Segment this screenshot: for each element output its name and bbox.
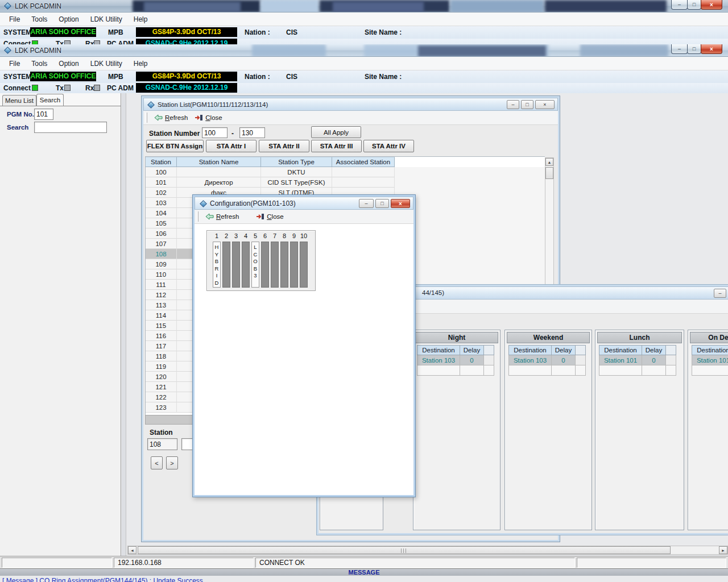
range-from-input[interactable] (202, 127, 228, 138)
close-button[interactable]: × (391, 199, 410, 208)
slot-7-empty[interactable] (271, 242, 279, 288)
slot-4-empty[interactable] (242, 242, 250, 288)
restore-button[interactable]: □ (687, 0, 701, 10)
station-cell[interactable]: 113 (146, 300, 177, 310)
delay-value[interactable]: 0 (642, 355, 666, 365)
data-row[interactable]: Station 103 0 (417, 355, 500, 365)
tab-menu-list[interactable]: Menu List (2, 95, 36, 106)
station-row-100[interactable]: 100DKTU (146, 167, 545, 177)
minimize-button[interactable]: – (507, 100, 519, 109)
menu-item-file[interactable]: File (3, 15, 26, 23)
sta-attr-1-button[interactable]: STA Attr I (206, 140, 257, 152)
slot-3-empty[interactable] (232, 242, 240, 288)
scrollbar-thumb[interactable] (138, 546, 671, 554)
menu-item-help[interactable]: Help (128, 15, 154, 23)
refresh-button[interactable]: Refresh (151, 113, 191, 122)
configuration-titlebar[interactable]: Configuration(PGM101-103) – □ × (195, 197, 413, 210)
close-button[interactable]: × (701, 0, 722, 10)
scroll-left-button[interactable]: ◄ (128, 546, 136, 554)
slot-5-lcob3[interactable]: LCOB3 (251, 242, 259, 288)
station-cell[interactable]: 102 (146, 188, 177, 198)
empty-row[interactable] (692, 365, 728, 376)
station-footer-input[interactable] (147, 438, 177, 450)
tab-search[interactable]: Search (36, 94, 64, 106)
slot-6-empty[interactable] (261, 242, 269, 288)
station-cell[interactable]: 120 (146, 372, 177, 382)
delay-header[interactable]: Delay (460, 345, 484, 355)
station-list-titlebar[interactable]: Station List(PGM110/111/112/113/114) – □… (143, 98, 558, 111)
sta-attr-4-button[interactable]: STA Attr IV (363, 140, 414, 152)
minimize-button[interactable]: – (671, 0, 688, 10)
minimize-button[interactable]: – (671, 44, 688, 54)
scroll-right-button[interactable]: ► (719, 546, 727, 554)
close-window-button[interactable]: Close (253, 212, 287, 221)
station-cell[interactable]: 108 (146, 249, 177, 259)
destination-value[interactable]: Station 103 (508, 355, 552, 365)
scroll-up-button[interactable]: ▲ (545, 158, 553, 166)
station-cell[interactable]: 123 (146, 402, 177, 413)
previous-station-button[interactable]: < (151, 456, 163, 469)
splitter[interactable] (122, 93, 126, 556)
station-cell[interactable]: 119 (146, 361, 177, 372)
slot-2-empty[interactable] (222, 242, 230, 288)
destination-header[interactable]: Destination (599, 345, 642, 355)
close-window-button[interactable]: Close (191, 113, 225, 122)
delay-value[interactable]: 0 (552, 355, 576, 365)
station-row-101[interactable]: 101ДиректорCID SLT Type(FSK) (146, 177, 545, 188)
menu-item-tools[interactable]: Tools (26, 15, 53, 23)
name-cell[interactable] (177, 167, 261, 177)
station-cell[interactable]: 122 (146, 392, 177, 402)
assoc-cell[interactable] (332, 167, 395, 177)
col-station-type[interactable]: Station Type (261, 157, 332, 167)
station-cell[interactable]: 115 (146, 321, 177, 331)
refresh-button[interactable]: Refresh (202, 212, 242, 221)
data-row[interactable]: Station 101 0 (599, 355, 684, 365)
destination-header[interactable]: Destination (417, 345, 460, 355)
minimize-button[interactable]: – (359, 199, 374, 208)
station-cell[interactable]: 105 (146, 218, 177, 228)
all-apply-button[interactable]: All Apply (311, 126, 361, 138)
close-button[interactable]: × (535, 100, 555, 109)
menu-item-ldk-utility[interactable]: LDK Utility (85, 60, 128, 68)
col-station-name[interactable]: Station Name (177, 157, 261, 167)
data-row[interactable]: Station 101 (692, 355, 728, 365)
station-cell[interactable]: 109 (146, 259, 177, 269)
menu-item-ldk-utility[interactable]: LDK Utility (85, 15, 128, 23)
type-cell[interactable]: CID SLT Type(FSK) (261, 177, 332, 188)
sta-attr-3-button[interactable]: STA Attr III (311, 140, 362, 152)
delay-value[interactable]: 0 (460, 355, 484, 365)
station-cell[interactable]: 101 (146, 177, 177, 188)
restore-button[interactable]: □ (687, 44, 701, 54)
scrollbar-thumb[interactable] (545, 167, 553, 179)
close-button[interactable]: × (701, 44, 722, 54)
menu-item-tools[interactable]: Tools (26, 60, 53, 68)
range-to-input[interactable] (239, 127, 265, 138)
minimize-button[interactable]: – (714, 289, 726, 298)
station-cell[interactable]: 107 (146, 239, 177, 249)
pgm-no-input[interactable] (34, 109, 53, 120)
delay-header[interactable]: Delay (552, 345, 576, 355)
station-cell[interactable]: 118 (146, 351, 177, 361)
assoc-cell[interactable] (332, 177, 395, 188)
station-cell[interactable]: 100 (146, 167, 177, 177)
destination-value[interactable]: Station 101 (692, 355, 728, 365)
station-cell[interactable]: 110 (146, 269, 177, 280)
type-cell[interactable]: DKTU (261, 167, 332, 177)
menu-item-help[interactable]: Help (128, 60, 154, 68)
destination-value[interactable]: Station 103 (417, 355, 460, 365)
destination-value[interactable]: Station 101 (599, 355, 642, 365)
station-cell[interactable]: 116 (146, 331, 177, 341)
delay-header[interactable]: Delay (642, 345, 666, 355)
station-cell[interactable]: 104 (146, 208, 177, 218)
station-cell[interactable]: 103 (146, 198, 177, 208)
destination-header[interactable]: Destination (692, 345, 728, 355)
back-window-titlebar[interactable]: LDK PCADMIN – □ × (0, 0, 728, 13)
sta-attr-2-button[interactable]: STA Attr II (259, 140, 309, 152)
station-cell[interactable]: 121 (146, 382, 177, 392)
col-associated-station[interactable]: Associated Station (332, 157, 395, 167)
restore-button[interactable]: □ (521, 100, 533, 109)
slot-9-empty[interactable] (290, 242, 298, 288)
col-station[interactable]: Station (146, 157, 177, 167)
slot-1-hybrid[interactable]: HYBRID (213, 242, 221, 288)
slot-8-empty[interactable] (280, 242, 288, 288)
